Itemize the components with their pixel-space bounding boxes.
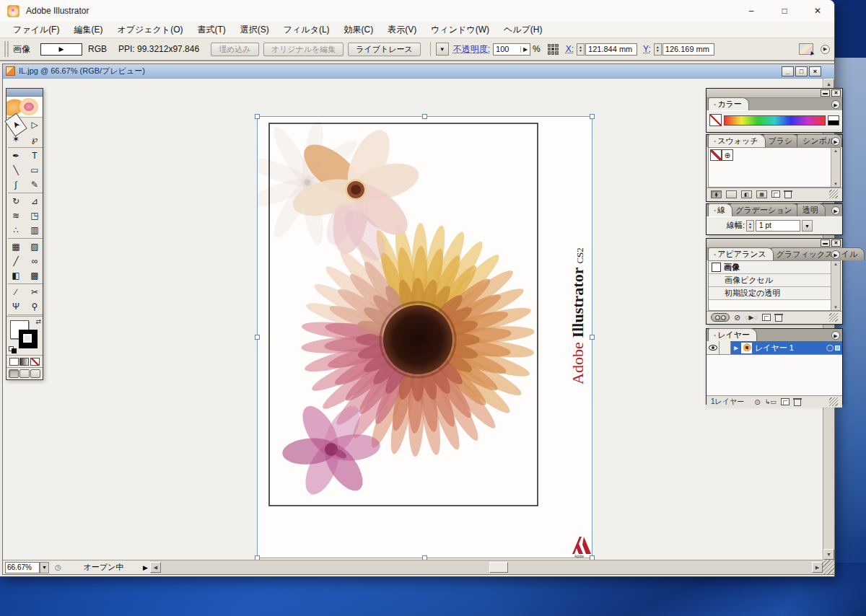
duplicate-item-button[interactable]: ◌▶◌ [745,314,758,321]
stroke-width-dropdown[interactable]: ▼ [802,220,813,232]
scissors-tool[interactable]: ✂ [25,285,44,299]
new-art-basic-appearance-button[interactable] [711,313,730,322]
embed-button[interactable]: 埋め込み [211,43,259,56]
layer-lock-toggle[interactable] [720,341,731,354]
palette-close-button[interactable]: ✕ [831,239,841,247]
close-button[interactable]: ✕ [801,0,834,22]
scroll-left-arrow[interactable]: ◀ [150,562,161,573]
menu-select[interactable]: 選択(S) [233,22,276,38]
appearance-row-image-pixels[interactable]: 画像ピクセル [709,274,840,287]
new-item-button[interactable] [762,314,771,321]
standard-screen-mode-button[interactable] [9,369,19,378]
none-button[interactable] [30,358,40,366]
rotate-tool[interactable]: ↻ [6,194,25,208]
new-layer-button[interactable] [781,398,790,405]
y-stepper[interactable]: ▲▼ [654,43,662,56]
hand-tool[interactable]: Ψ [6,299,25,314]
swap-fill-stroke-icon[interactable]: ⇄ [35,318,41,325]
edit-original-button[interactable]: オリジナルを編集 [263,43,344,56]
color-flyout-button[interactable]: ▶ [831,100,840,109]
scroll-up-arrow[interactable]: ▲ [834,149,838,153]
graph-tool[interactable]: ▥ [25,223,44,237]
doc-maximize-button[interactable]: □ [795,66,808,76]
selection-handle-ne[interactable] [590,114,595,119]
direct-selection-tool[interactable]: ▷ [25,118,44,132]
appearance-row-image[interactable]: 画像 [709,261,840,274]
control-bar-grip[interactable] [4,41,9,57]
warp-tool[interactable]: ≋ [6,208,25,223]
live-paint-bucket-tool[interactable]: ◧ [6,268,25,283]
pencil-tool[interactable]: ✎ [25,177,44,192]
menu-effect[interactable]: 効果(C) [337,22,381,38]
status-flyout-button[interactable]: ▶ [143,564,148,571]
layer-visibility-toggle[interactable] [707,341,720,354]
appearance-scrollbar[interactable]: ▲ ▼ [831,261,840,310]
tab-swatches[interactable]: スウォッチ [708,134,766,147]
default-fill-stroke-icon[interactable] [9,346,17,353]
opacity-link[interactable]: 不透明度: [453,43,490,56]
layer-selection-indicator[interactable] [835,346,840,351]
window-resize-grip[interactable] [823,560,834,574]
x-link[interactable]: X: [566,44,574,54]
tab-brushes[interactable]: ブラシ [763,134,800,147]
tab-color[interactable]: カラー [708,97,749,110]
tab-transparency[interactable]: 透明 [797,203,826,216]
scroll-down-arrow[interactable]: ▼ [834,305,838,309]
minimize-button[interactable]: – [735,0,768,22]
slice-tool[interactable]: ∕ [6,285,25,299]
show-gradient-swatches-button[interactable]: ◧ [741,190,752,198]
selection-handle-n[interactable] [422,114,427,119]
live-trace-button[interactable]: ライブトレース [348,43,421,56]
menu-object[interactable]: オブジェクト(O) [110,22,190,38]
y-link[interactable]: Y: [643,44,651,54]
menu-view[interactable]: 表示(V) [380,22,424,38]
black-white-swatches[interactable] [828,115,839,126]
tab-layers[interactable]: レイヤー [708,328,757,341]
opacity-input[interactable]: 100 ▶ [493,43,530,56]
line-segment-tool[interactable]: ╲ [6,163,25,177]
reference-point-locator[interactable] [548,44,559,55]
stroke-flyout-button[interactable]: ▶ [831,206,840,215]
lasso-tool[interactable]: ℘ [25,132,44,146]
type-tool[interactable]: T [25,149,44,163]
zoom-tool[interactable]: ⚲ [25,299,44,314]
layer-expand-triangle[interactable]: ▶ [731,345,741,351]
layer-row-1[interactable]: ▶ レイヤー 1 ◯ [707,341,842,355]
layers-flyout-button[interactable]: ▶ [831,331,840,340]
doc-close-button[interactable]: × [809,66,821,76]
magic-wand-tool[interactable]: ✶ [6,132,25,146]
free-transform-tool[interactable]: ◳ [25,208,44,223]
horizontal-scrollbar[interactable]: ◀ ▶ [150,560,823,574]
color-spectrum-bar[interactable] [724,115,826,126]
scale-tool[interactable]: ⊿ [25,194,44,208]
x-stepper[interactable]: ▲▼ [577,43,585,56]
palette-minimize-button[interactable]: ▬ [821,89,830,97]
control-palette-icon[interactable] [799,43,813,55]
selection-handle-e[interactable] [590,335,595,340]
tab-stroke[interactable]: 線 [708,203,732,216]
zoom-level-input[interactable]: 66.67% [5,562,40,573]
document-title-bar[interactable]: IL.jpg @ 66.67% (RGB/プレビュー) _ □ × [3,64,834,79]
palette-resize-corner[interactable] [829,190,838,198]
symbol-sprayer-tool[interactable]: ∴ [6,223,25,237]
opacity-flyout-icon[interactable]: ▶ [520,46,528,53]
mesh-tool[interactable]: ▦ [6,239,25,254]
show-color-swatches-button[interactable] [726,190,737,198]
palette-close-button[interactable]: ✕ [831,89,841,97]
menu-type[interactable]: 書式(T) [190,22,232,38]
menu-filter[interactable]: フィルタ(L) [276,22,337,38]
swatches-flyout-button[interactable]: ▶ [831,137,840,146]
new-sublayer-button[interactable]: ↳▭ [765,398,777,405]
stroke-width-stepper[interactable]: ▲▼ [746,220,754,232]
menu-file[interactable]: ファイル(F) [6,22,66,38]
fill-stroke-control[interactable]: ⇄ [6,316,43,355]
show-all-swatches-button[interactable]: ⧫ [711,190,722,198]
none-color-swatch[interactable] [709,114,722,126]
tab-gradient[interactable]: グラデーション [730,203,800,216]
pen-tool[interactable]: ✒ [6,149,25,163]
blend-tool[interactable]: ∞ [25,254,44,268]
color-button[interactable] [9,358,19,366]
gradient-tool[interactable]: ▨ [25,239,44,254]
stroke-swatch[interactable] [19,330,38,348]
clear-appearance-button[interactable]: ⊘ [734,313,740,322]
